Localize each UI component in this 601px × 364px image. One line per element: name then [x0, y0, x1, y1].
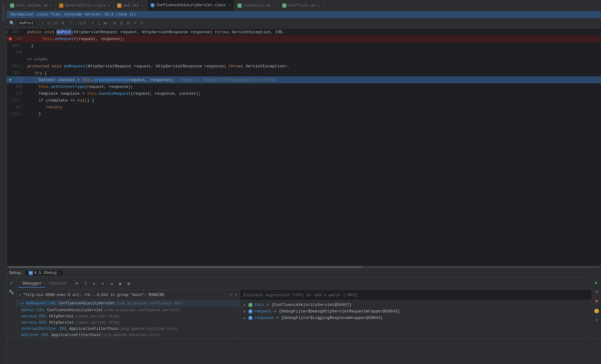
pause-icon[interactable]: ⏸	[593, 289, 600, 295]
search-expand-btn[interactable]: ⊞	[112, 20, 117, 26]
tab-console[interactable]: Console	[45, 280, 70, 288]
search-word-btn[interactable]: W	[61, 20, 65, 26]
search-actions: ✕ ↺ Cc W .*	[40, 20, 73, 26]
search-shrink-btn[interactable]: ⊟	[119, 20, 124, 26]
debug-session-tab[interactable]: ▶ 8.5.3Debug ✕	[25, 270, 63, 276]
tab-close-web-xml[interactable]: ✕	[141, 3, 144, 8]
fold-icon-116[interactable]: ▷	[20, 98, 22, 102]
horizontal-scrollbar[interactable]	[7, 266, 601, 268]
tab-confluence-velocity-servlet[interactable]: C ConfluenceVelocityServlet.class ✕	[147, 0, 234, 11]
frames-list-icon[interactable]: ⊟	[125, 280, 133, 288]
search-next-btn[interactable]: ↓	[96, 20, 101, 26]
var-expand-this[interactable]: ▶	[244, 303, 246, 307]
gutter-116: 116 ▷	[7, 98, 25, 102]
frame-item-1[interactable]: doPost:133, ConfluenceVelocityServlet (c…	[16, 307, 240, 313]
var-expand-response[interactable]: ▶	[244, 316, 246, 320]
tab-close-text-inline-vm[interactable]: ✕	[49, 3, 53, 8]
frame-item-4[interactable]: internalDoFilter:209, ApplicationFilterC…	[16, 326, 240, 332]
param-114b: response	[109, 84, 128, 89]
editor-area: 107 ▽ public void doPost(HttpServletRequ…	[7, 29, 601, 268]
var-this[interactable]: ▶ ≡ this = {ConfluenceVelocityServlet@59…	[240, 302, 592, 308]
debug-session-close[interactable]: ✕	[58, 271, 60, 275]
var-eq-request: =	[274, 309, 276, 314]
search-case-btn[interactable]: Cc	[52, 20, 59, 26]
clear-icon[interactable]: ⌫	[593, 316, 600, 323]
fold-icon-109[interactable]: ▷	[20, 44, 22, 48]
search-prev-btn[interactable]: ↑	[90, 20, 95, 26]
tab-web-xml[interactable]: X web.xml ✕	[114, 0, 147, 11]
frame-method-2: service:555,	[21, 314, 48, 319]
step-into-icon[interactable]: ⬇	[90, 280, 98, 288]
search-regex-btn[interactable]: .*	[67, 20, 73, 26]
java-icon: J	[59, 3, 63, 8]
tab-close-confluence[interactable]: ✕	[228, 3, 231, 8]
var-name-this: this	[255, 303, 264, 307]
tab-label-generalutils: GeneralUtils.class	[65, 3, 106, 8]
tab-text-inline-vm[interactable]: V text-inline.vm ✕	[7, 0, 56, 11]
search-bar: 🔍 doPost ✕ ↺ Cc W .* 1/1 ↑ ↓ ▭ ⊞ ⊟ ⊠ ≡ ▽	[7, 18, 601, 29]
search-clear-btn[interactable]: ✕	[40, 20, 45, 26]
param-request-2: request	[79, 37, 96, 41]
kw-return: return	[46, 105, 61, 110]
stop-icon[interactable]: ■	[593, 298, 600, 305]
eval-bar[interactable]: Evaluate expression (⌥F8) or add a watch…	[240, 290, 592, 300]
evaluate-icon[interactable]: ⊞	[117, 280, 124, 288]
var-response[interactable]: ▶ P response = {DebugFilter$LoggingRespo…	[240, 315, 592, 321]
run-to-cursor-icon[interactable]: ⇥	[108, 280, 115, 288]
rerun-icon[interactable]: ↺	[8, 279, 15, 286]
frame-package-3: (javax.servlet.http)	[75, 321, 120, 325]
tab-debugger[interactable]: Debugger	[19, 280, 45, 288]
var-eq-this: =	[267, 303, 269, 307]
var-eq-response: =	[276, 316, 279, 320]
hint-113: request: DebugFilter$DebugHttpServletRe…	[181, 78, 278, 82]
fold-icon-107[interactable]: ▽	[20, 30, 22, 34]
punc-116b: ) {	[87, 98, 94, 103]
search-filter-btn[interactable]: ▽	[139, 20, 144, 26]
fold-icon-118[interactable]: ▷	[20, 112, 22, 116]
gutter-113: 113	[7, 78, 25, 82]
code-line-112: 112 ▷ try {	[7, 70, 601, 76]
line-num-107: 107	[10, 30, 19, 34]
fold-icon-112[interactable]: ▷	[20, 71, 22, 75]
tab-radiolist-vm[interactable]: V radiolist.vm ✕	[234, 0, 279, 11]
step-out-icon[interactable]: ⬆	[99, 280, 107, 288]
play-icon[interactable]: ▶	[593, 279, 600, 286]
settings-icon[interactable]: 🔧	[8, 289, 15, 295]
method-createContext: createContext	[94, 78, 126, 82]
line-num-110: 110	[14, 50, 22, 55]
var-request[interactable]: ▶ P request = {DebugFilter$DebugHttpServ…	[240, 308, 592, 315]
punc-115e: ,	[174, 91, 179, 96]
code-line-113: 113 Context context = this.createContext…	[7, 76, 601, 83]
gutter-114: 114	[7, 84, 25, 89]
thread-expand-icon[interactable]: ▾	[235, 292, 237, 298]
search-block-btn[interactable]: ⊠	[126, 20, 131, 26]
tab-close-generalutils[interactable]: ✕	[107, 3, 110, 8]
var-val-request: {DebugFilter$DebugHttpServletRequestWrap…	[279, 309, 400, 314]
frame-item-2[interactable]: service:555, HttpServlet (javax.servlet.…	[16, 313, 240, 320]
line-num-114: 114	[14, 84, 22, 89]
tab-close-radiolist[interactable]: ✕	[273, 3, 276, 8]
line-num-117: 117	[14, 105, 22, 109]
kw-throws-2: throws	[229, 64, 246, 69]
gutter-117: 117	[7, 105, 25, 109]
search-refresh-btn[interactable]: ↺	[46, 20, 51, 26]
filter-icon[interactable]: ▽	[230, 292, 232, 298]
frames-icon[interactable]: ≡	[73, 280, 80, 288]
frame-method-3: service:623,	[21, 321, 48, 325]
tab-close-onofflist[interactable]: ✕	[317, 3, 320, 8]
search-align-btn[interactable]: ≡	[133, 20, 138, 26]
fold-icon-111[interactable]: ▷	[20, 64, 22, 68]
search-input-area[interactable]: doPost	[17, 20, 36, 26]
search-multiline-btn[interactable]: ▭	[103, 20, 108, 26]
tab-generalutils-class[interactable]: J GeneralUtils.class ✕	[56, 0, 114, 11]
tab-label-confluence: ConfluenceVelocityServlet.class	[157, 3, 226, 7]
tab-label-text-inline-vm: text-inline.vm	[16, 3, 48, 8]
tab-onofflist-vm[interactable]: V onofflist.vm ✕	[279, 0, 323, 11]
frame-item-3[interactable]: service:623, HttpServlet (javax.servlet.…	[16, 320, 240, 326]
frame-item-0[interactable]: ↩ doRequest:149, ConfluenceVelocityServl…	[16, 300, 240, 307]
frame-item-5[interactable]: doFilter:153, ApplicationFilterChain (or…	[16, 332, 240, 338]
step-over-icon[interactable]: ⤵	[82, 280, 89, 288]
var-expand-request[interactable]: ▶	[244, 309, 246, 313]
bug-icon[interactable]: ⬤	[593, 307, 600, 314]
frame-method-0: doRequest:149,	[26, 301, 57, 306]
